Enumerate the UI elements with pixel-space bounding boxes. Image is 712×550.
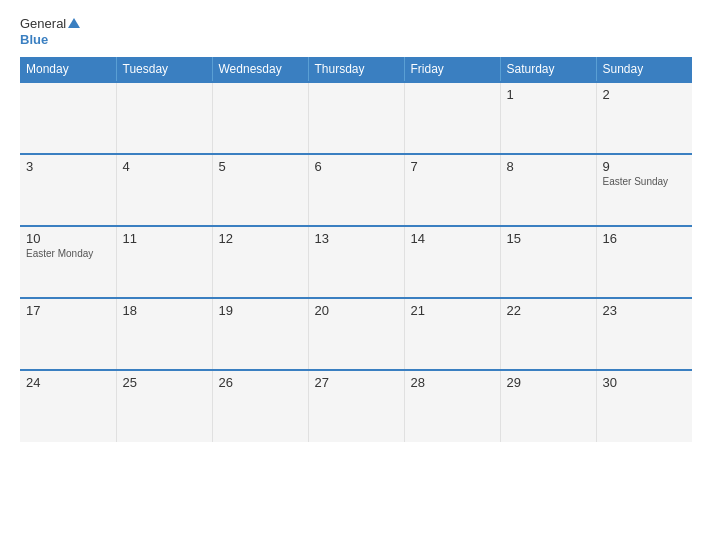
day-number: 9 xyxy=(603,159,687,174)
calendar-cell: 16 xyxy=(596,226,692,298)
logo-triangle-icon xyxy=(68,18,80,28)
calendar-cell: 20 xyxy=(308,298,404,370)
calendar-cell: 27 xyxy=(308,370,404,442)
calendar-cell xyxy=(404,82,500,154)
day-number: 13 xyxy=(315,231,398,246)
day-number: 5 xyxy=(219,159,302,174)
day-number: 18 xyxy=(123,303,206,318)
day-number: 10 xyxy=(26,231,110,246)
holiday-label: Easter Sunday xyxy=(603,176,687,187)
calendar-page: General Blue MondayTuesdayWednesdayThurs… xyxy=(0,0,712,550)
day-number: 28 xyxy=(411,375,494,390)
calendar-cell: 26 xyxy=(212,370,308,442)
calendar-cell: 3 xyxy=(20,154,116,226)
calendar-cell: 10Easter Monday xyxy=(20,226,116,298)
day-number: 2 xyxy=(603,87,687,102)
calendar-week-row: 24252627282930 xyxy=(20,370,692,442)
calendar-week-row: 17181920212223 xyxy=(20,298,692,370)
day-number: 20 xyxy=(315,303,398,318)
logo: General Blue xyxy=(20,16,80,47)
day-number: 30 xyxy=(603,375,687,390)
calendar-cell: 13 xyxy=(308,226,404,298)
day-number: 24 xyxy=(26,375,110,390)
day-number: 8 xyxy=(507,159,590,174)
calendar-cell xyxy=(116,82,212,154)
day-number: 3 xyxy=(26,159,110,174)
day-number: 14 xyxy=(411,231,494,246)
calendar-cell: 4 xyxy=(116,154,212,226)
calendar-cell: 21 xyxy=(404,298,500,370)
day-number: 17 xyxy=(26,303,110,318)
day-number: 15 xyxy=(507,231,590,246)
calendar-week-row: 10Easter Monday111213141516 xyxy=(20,226,692,298)
calendar-cell: 14 xyxy=(404,226,500,298)
day-number: 29 xyxy=(507,375,590,390)
calendar-table: MondayTuesdayWednesdayThursdayFridaySatu… xyxy=(20,57,692,442)
day-number: 19 xyxy=(219,303,302,318)
weekday-header-friday: Friday xyxy=(404,57,500,82)
calendar-cell: 8 xyxy=(500,154,596,226)
calendar-cell: 1 xyxy=(500,82,596,154)
day-number: 6 xyxy=(315,159,398,174)
calendar-cell: 24 xyxy=(20,370,116,442)
weekday-header-wednesday: Wednesday xyxy=(212,57,308,82)
day-number: 26 xyxy=(219,375,302,390)
day-number: 23 xyxy=(603,303,687,318)
weekday-header-tuesday: Tuesday xyxy=(116,57,212,82)
calendar-week-row: 12 xyxy=(20,82,692,154)
calendar-week-row: 3456789Easter Sunday xyxy=(20,154,692,226)
logo-blue-text: Blue xyxy=(20,32,48,48)
day-number: 11 xyxy=(123,231,206,246)
day-number: 12 xyxy=(219,231,302,246)
day-number: 25 xyxy=(123,375,206,390)
day-number: 21 xyxy=(411,303,494,318)
calendar-cell: 22 xyxy=(500,298,596,370)
weekday-header-thursday: Thursday xyxy=(308,57,404,82)
weekday-header-row: MondayTuesdayWednesdayThursdayFridaySatu… xyxy=(20,57,692,82)
day-number: 7 xyxy=(411,159,494,174)
calendar-cell: 6 xyxy=(308,154,404,226)
calendar-cell xyxy=(308,82,404,154)
calendar-cell: 19 xyxy=(212,298,308,370)
calendar-cell: 28 xyxy=(404,370,500,442)
calendar-cell: 11 xyxy=(116,226,212,298)
day-number: 16 xyxy=(603,231,687,246)
day-number: 27 xyxy=(315,375,398,390)
calendar-cell: 30 xyxy=(596,370,692,442)
calendar-cell: 12 xyxy=(212,226,308,298)
calendar-cell: 29 xyxy=(500,370,596,442)
calendar-cell xyxy=(212,82,308,154)
day-number: 22 xyxy=(507,303,590,318)
weekday-header-saturday: Saturday xyxy=(500,57,596,82)
calendar-cell: 15 xyxy=(500,226,596,298)
calendar-cell: 25 xyxy=(116,370,212,442)
calendar-cell: 7 xyxy=(404,154,500,226)
calendar-header: General Blue xyxy=(20,16,692,47)
calendar-cell xyxy=(20,82,116,154)
weekday-header-sunday: Sunday xyxy=(596,57,692,82)
calendar-cell: 23 xyxy=(596,298,692,370)
day-number: 1 xyxy=(507,87,590,102)
calendar-cell: 18 xyxy=(116,298,212,370)
calendar-cell: 9Easter Sunday xyxy=(596,154,692,226)
holiday-label: Easter Monday xyxy=(26,248,110,259)
calendar-cell: 2 xyxy=(596,82,692,154)
calendar-cell: 17 xyxy=(20,298,116,370)
weekday-header-monday: Monday xyxy=(20,57,116,82)
logo-general-text: General xyxy=(20,16,66,32)
calendar-cell: 5 xyxy=(212,154,308,226)
day-number: 4 xyxy=(123,159,206,174)
